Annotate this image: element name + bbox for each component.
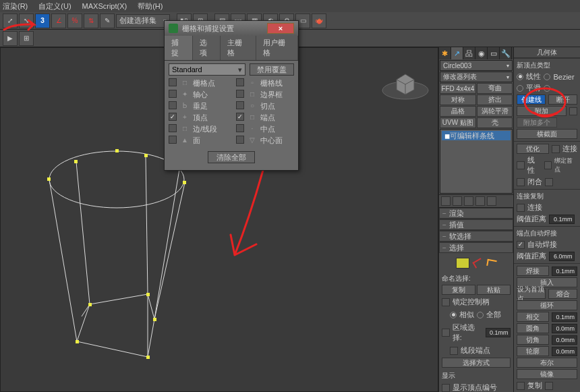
dialog-titlebar[interactable]: 栅格和捕捉设置 × — [165, 21, 298, 36]
modifier-preset[interactable]: 弯曲 — [477, 83, 513, 94]
break-button[interactable]: 断开 — [548, 94, 577, 105]
disable-override-button[interactable]: 禁用覆盖 — [250, 63, 294, 76]
auto-weld-check[interactable] — [517, 241, 525, 249]
linear-check[interactable] — [517, 161, 524, 169]
tab-options[interactable]: 选项 — [193, 36, 221, 60]
named-selection-drop[interactable]: 创建选择集 — [116, 14, 170, 28]
angle-snap[interactable]: ∠ — [51, 13, 66, 28]
connect-check[interactable] — [552, 145, 560, 153]
modifier-list-dropdown[interactable]: 修改器列表 — [440, 72, 513, 82]
modifier-preset[interactable]: 涡轮平滑 — [477, 106, 513, 117]
modifier-preset[interactable]: 晶格 — [440, 106, 476, 117]
modifier-preset[interactable]: 挤出 — [477, 94, 513, 105]
snap-check[interactable] — [169, 136, 177, 144]
modifier-stack[interactable]: ◼ 可编辑样条线 — [440, 129, 513, 194]
closed-check[interactable] — [517, 178, 525, 186]
mirror-copy-check[interactable] — [517, 382, 525, 390]
weld-spinner[interactable]: 0.1mm — [552, 267, 577, 276]
thresh-spinner[interactable]: 0.1mm — [549, 215, 575, 224]
pin-stack[interactable] — [441, 196, 451, 206]
about-pivot-check[interactable] — [545, 382, 553, 390]
snap-check[interactable] — [169, 124, 177, 132]
menu-customize[interactable]: 自定义(U) — [38, 1, 71, 11]
bind-first-check[interactable] — [544, 161, 552, 169]
select-by-button[interactable]: 选择方式 — [442, 358, 511, 368]
snap-check[interactable] — [169, 113, 177, 121]
spinner-snap[interactable]: ⇅ — [84, 13, 98, 28]
weld-button[interactable]: 焊接 — [517, 266, 549, 276]
weld-thresh-spinner[interactable]: 6.0mm — [549, 252, 575, 261]
menu-render[interactable]: 渲染(R) — [3, 1, 28, 11]
edit-named-sel[interactable]: ✎ — [100, 13, 115, 28]
lock-handles-check[interactable] — [442, 298, 450, 306]
outline-button[interactable]: 轮廓 — [517, 346, 549, 356]
percent-snap[interactable]: % — [67, 13, 82, 28]
standard-dropdown[interactable]: Standard — [169, 63, 245, 76]
seg-end-check[interactable] — [450, 347, 458, 355]
display-tab[interactable]: ▭ — [488, 47, 500, 59]
snap-check[interactable] — [236, 78, 244, 86]
snap-toggle[interactable]: 3 — [35, 13, 50, 28]
tab-usergrid[interactable]: 用户栅格 — [256, 36, 298, 60]
vtype-smooth[interactable] — [517, 85, 523, 92]
snap-check[interactable] — [236, 101, 244, 109]
vtype-bzcorner[interactable] — [544, 85, 550, 92]
unique-button[interactable] — [464, 196, 473, 206]
bind-last-check[interactable] — [545, 178, 553, 186]
stack-item-spline[interactable]: ◼ 可编辑样条线 — [442, 131, 511, 140]
modify-tab[interactable]: ↗ — [451, 47, 463, 59]
cross-section-button[interactable]: 横截面 — [517, 129, 577, 139]
snap-check[interactable] — [236, 136, 244, 144]
show-vnum-check[interactable] — [442, 384, 450, 392]
rollout-soft[interactable]: 软选择 — [439, 231, 513, 242]
utilities-tab[interactable]: 🔧 — [500, 47, 512, 59]
chamfer-button[interactable]: 切角 — [517, 335, 549, 345]
snap-check[interactable] — [236, 124, 244, 132]
area-sel-check[interactable] — [442, 329, 450, 337]
link-button[interactable]: ⤢ — [3, 13, 18, 28]
snap-check[interactable] — [236, 113, 244, 121]
modifier-preset[interactable]: UVW 贴图 — [440, 117, 476, 128]
snap-check[interactable] — [169, 78, 177, 86]
attach-reorient[interactable] — [569, 107, 577, 115]
snap-check[interactable] — [236, 90, 244, 98]
motion-tab[interactable]: ◉ — [475, 47, 488, 59]
fuse-button[interactable]: 熔合 — [548, 289, 577, 299]
modifier-preset[interactable]: FFD 4x4x4 — [440, 83, 476, 94]
area-spinner[interactable]: 0.1mm — [486, 328, 511, 337]
attach-mult-button[interactable]: 附加多个 — [517, 117, 557, 128]
refine-button[interactable]: 优化 — [517, 144, 549, 154]
spline-so-icon[interactable] — [486, 259, 497, 267]
mirror-button2[interactable]: 镜像 — [517, 369, 577, 379]
render-button[interactable]: 🫖 — [312, 13, 326, 28]
boolean-button[interactable]: 布尔 — [517, 358, 577, 368]
menu-help[interactable]: 帮助(H) — [138, 1, 163, 11]
fillet-spinner[interactable]: 0.0mm — [552, 324, 577, 333]
crossinsert-button[interactable]: 相交 — [517, 312, 549, 322]
object-name-field[interactable]: Circle003 — [440, 60, 513, 71]
clear-all-button[interactable]: 清除全部 — [208, 151, 255, 163]
tb2-btn[interactable]: ▶ — [3, 31, 18, 46]
connect-copy-check[interactable] — [517, 204, 525, 212]
fillet-button[interactable]: 圆角 — [517, 323, 549, 333]
show-end[interactable] — [453, 196, 462, 206]
rollout-render[interactable]: 渲染 — [439, 208, 513, 219]
create-tab[interactable]: ✱ — [439, 47, 451, 59]
tab-snap[interactable]: 捕捉 — [165, 36, 193, 60]
make-first-button[interactable]: 设为首顶点 — [517, 289, 546, 299]
config-button[interactable] — [487, 196, 496, 206]
modifier-preset[interactable]: 对称 — [440, 94, 476, 105]
paste-button[interactable]: 粘贴 — [477, 285, 511, 295]
vertex-so-icon[interactable] — [456, 258, 469, 269]
remove-mod[interactable] — [475, 196, 485, 206]
snap-check[interactable] — [169, 90, 177, 98]
close-icon[interactable]: × — [267, 23, 294, 34]
vtype-bezier[interactable] — [544, 74, 550, 80]
vtype-linear[interactable] — [517, 74, 523, 80]
cycle-button[interactable]: 循环 — [517, 300, 577, 310]
rollout-selection[interactable]: 选择 — [439, 242, 513, 253]
rollout-interp[interactable]: 插值 — [439, 219, 513, 230]
unlink-button[interactable]: ⤡ — [19, 13, 34, 28]
create-line-button[interactable]: 创建线 — [517, 94, 546, 105]
segment-so-icon[interactable] — [473, 258, 484, 269]
